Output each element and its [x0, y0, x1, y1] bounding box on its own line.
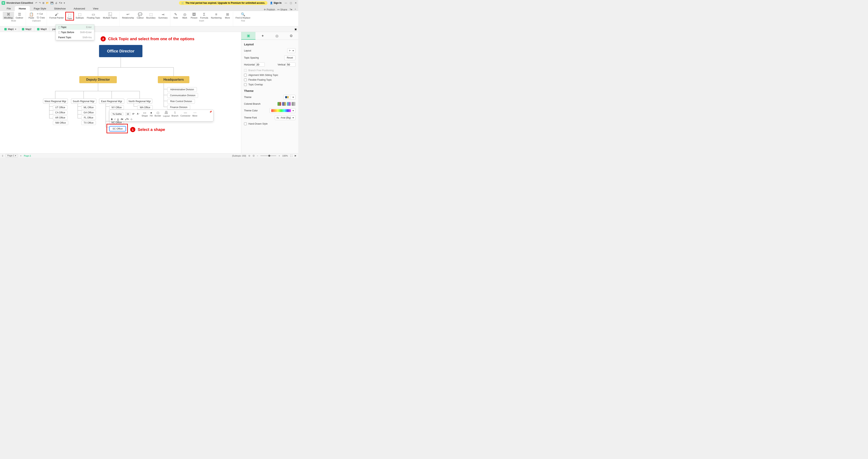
tab-home[interactable]: Home [15, 6, 30, 11]
node-ml[interactable]: ML Office [81, 105, 96, 110]
swatch-1[interactable] [277, 102, 281, 106]
italic-button[interactable]: I [115, 118, 115, 121]
undo-icon[interactable]: ↶ [35, 2, 37, 4]
reset-button[interactable]: Reset [284, 56, 296, 60]
dropdown-topic[interactable]: ⬚ TopicEnter [56, 25, 94, 30]
mark-button[interactable]: ◎Mark [181, 12, 189, 19]
export-icon[interactable]: ⇱▾ [59, 2, 62, 4]
pages-icon[interactable]: ▯ [2, 154, 3, 157]
active-page[interactable]: Page-1 [24, 155, 31, 157]
flexible-floating-check[interactable]: Flexible Floating Topic [244, 78, 296, 81]
tab-file[interactable]: File [3, 6, 15, 11]
dropdown-topic-before[interactable]: ⬚ Topic BeforeShift+Enter [56, 30, 94, 35]
zoom-in-icon[interactable]: + [279, 155, 280, 157]
node-ca[interactable]: CA Office [53, 110, 67, 115]
font-select[interactable]: Yu Gothic [111, 112, 123, 116]
sidetab-layout[interactable]: ▣ [241, 32, 255, 40]
node-wa[interactable]: WA Office [137, 105, 153, 110]
align-sibling-check[interactable]: Alignment With Sibling Topic [244, 74, 296, 76]
hand-drawn-check[interactable]: Hand-Drawn Style [244, 123, 296, 125]
layout-select[interactable]: ⊢ ▾ [287, 48, 296, 53]
size-select[interactable]: 10 [125, 112, 130, 116]
sidetab-mark[interactable]: ◎ [270, 32, 284, 40]
find-replace-button[interactable]: 🔍Find & Replace [235, 12, 251, 19]
topic-button[interactable]: ⬚Topic [65, 12, 74, 21]
node-west[interactable]: West Regional Mgr [43, 99, 68, 104]
node-root[interactable]: Office Director [99, 45, 143, 57]
shape-button[interactable]: ▭Shape [142, 111, 148, 117]
more-button[interactable]: ⊞More [223, 12, 232, 19]
save-icon[interactable]: 💾 [51, 2, 54, 4]
minimize-icon[interactable]: — [285, 2, 287, 4]
zoom-out-icon[interactable]: − [257, 155, 258, 157]
formula-button[interactable]: ΣFormula [199, 12, 209, 19]
shrink-font-icon[interactable]: A⁻ [137, 112, 140, 115]
node-east[interactable]: East Regional Mgr [99, 99, 124, 104]
close-icon[interactable]: ✕ [295, 2, 297, 4]
node-nm[interactable]: NM Office [53, 121, 68, 125]
fit-icon[interactable]: ⊡ [253, 154, 254, 157]
node-ga[interactable]: GA Office [81, 110, 96, 115]
node-fin[interactable]: Finance Division [167, 105, 190, 110]
page-select[interactable]: Page-1 ▾ [5, 154, 18, 157]
node-risk[interactable]: Risk Control Division [167, 99, 195, 104]
connector-button[interactable]: —Connector [180, 111, 190, 117]
canvas[interactable]: Office Director Deputy Director Headquar… [0, 32, 241, 154]
focus-icon[interactable]: ◎ [248, 154, 250, 157]
qat-more-icon[interactable]: ▾ [64, 2, 65, 4]
border-button[interactable]: ◻Border [155, 111, 161, 117]
theme-select[interactable]: ▾ [283, 95, 296, 100]
node-fl[interactable]: FL Office [81, 116, 96, 120]
paste-button[interactable]: 📋Paste [27, 12, 36, 19]
summary-button[interactable]: ⫤Summary [157, 12, 169, 19]
horizontal-input[interactable] [255, 63, 265, 67]
help-icon[interactable]: ?▾ [289, 8, 292, 11]
node-north[interactable]: North Regional Mgr [127, 99, 152, 104]
sidetab-settings[interactable]: ⚙ [284, 32, 298, 40]
highlight-button[interactable]: 🖍▾ [125, 118, 129, 121]
boundary-button[interactable]: ⬚Boundary [145, 12, 157, 19]
note-button[interactable]: ✎Note [172, 12, 180, 19]
theme-color-select[interactable]: ▾ [270, 108, 296, 113]
tab-slideshow[interactable]: Slideshow [50, 6, 70, 11]
signin-button[interactable]: 👤 Sign In [270, 2, 281, 4]
numbering-button[interactable]: ≡Numbering [210, 12, 223, 19]
node-deputy[interactable]: Deputy Director [79, 76, 117, 83]
picture-button[interactable]: 🖼Picture [190, 12, 199, 19]
format-painter-button[interactable]: 🖌Format Painter [48, 12, 65, 21]
swatch-2[interactable] [282, 102, 286, 106]
callout-button[interactable]: 💬Callout [135, 12, 145, 19]
new-icon[interactable]: ⊞ [42, 2, 44, 4]
present-icon[interactable]: ▶ [295, 154, 296, 157]
eyedropper-icon[interactable]: ◇ [131, 118, 132, 121]
tab-advanced[interactable]: Advanced [70, 6, 89, 11]
collapse-ribbon-icon[interactable]: ^ [295, 8, 296, 11]
open-icon[interactable]: 📂 [46, 2, 49, 4]
node-south[interactable]: South Rigional Mgr [71, 99, 96, 104]
node-comm[interactable]: Communication Division [167, 93, 198, 98]
theme-font-select[interactable]: Aa Arial (Big) ▾ [275, 116, 296, 120]
tab-pagestyle[interactable]: Page Style [30, 6, 50, 11]
mindmap-button[interactable]: ⌘MindMap [3, 12, 14, 19]
tab-view[interactable]: View [89, 6, 102, 11]
node-tx[interactable]: TX Office [81, 121, 96, 125]
share-button[interactable]: ⚯ Share [277, 8, 287, 11]
node-admin[interactable]: Administrative Division [167, 87, 197, 92]
relationship-button[interactable]: ↩Relationship [121, 12, 135, 19]
panel-toggle-icon[interactable]: ▣ [293, 28, 298, 31]
publish-button[interactable]: ✈ Publish [264, 8, 275, 11]
vertical-input[interactable] [286, 63, 296, 67]
node-ar[interactable]: AR Office [53, 116, 67, 120]
bold-button[interactable]: B [111, 118, 113, 121]
topic-overlap-check[interactable]: Topic Overlap [244, 83, 296, 86]
pin-icon[interactable]: 📌 [209, 110, 212, 113]
fullscreen-icon[interactable]: ⛶ [290, 155, 292, 157]
node-ny[interactable]: NY Office [109, 105, 124, 110]
node-ut[interactable]: UT Office [53, 105, 67, 110]
trial-banner[interactable]: 🛒 The trial period has expired. Upgrade … [179, 1, 268, 5]
zoom-level[interactable]: 100% [282, 155, 288, 157]
redo-icon[interactable]: ↷ [39, 2, 41, 4]
fill-button[interactable]: ●Fill [150, 111, 153, 117]
subtopic-button[interactable]: ⬚Subtopic [74, 12, 85, 21]
underline-button[interactable]: U [117, 118, 119, 121]
